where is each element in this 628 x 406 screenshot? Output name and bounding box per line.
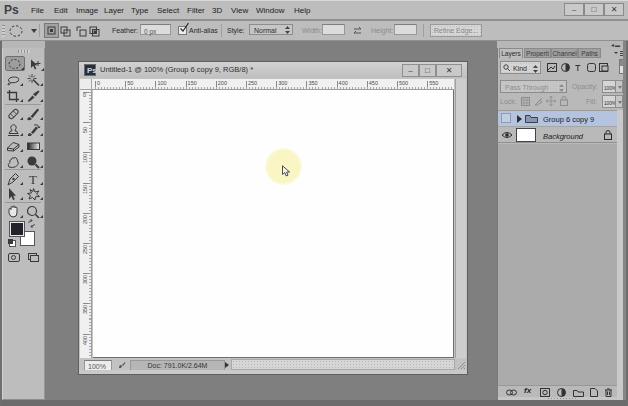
- svg-text:T: T: [29, 172, 37, 186]
